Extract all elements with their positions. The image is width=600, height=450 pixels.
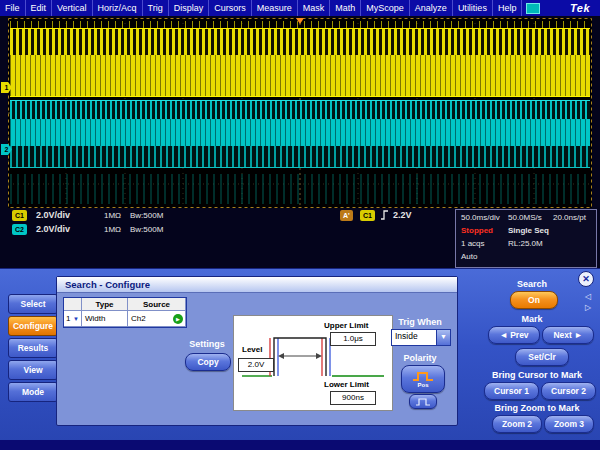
- zoom2-button[interactable]: Zoom 2: [492, 415, 542, 433]
- pulse-icon: [415, 398, 431, 406]
- rising-edge-icon: [380, 209, 389, 221]
- resolution-readout: 20.0ns/pt: [553, 213, 586, 222]
- search-table: Type Source 1 ▼ Width Ch2 ▶: [63, 297, 187, 328]
- menu-cursors[interactable]: Cursors: [209, 0, 252, 16]
- tab-configure[interactable]: Configure: [8, 316, 58, 336]
- menu-file[interactable]: File: [0, 0, 26, 16]
- trig-when-label: Trig When: [389, 317, 451, 327]
- ch2-trace-upper: [10, 100, 590, 120]
- tek-logo: Tek: [570, 2, 600, 14]
- ch2-scale: 2.0V/div: [36, 224, 70, 234]
- timebase-readout: 50.0ms/div: [461, 213, 500, 222]
- menu-vertical[interactable]: Vertical: [52, 0, 93, 16]
- ch2-badge[interactable]: C2: [12, 224, 27, 235]
- polarity-pos-caption: Pos: [417, 382, 428, 388]
- trig-when-dropdown[interactable]: Inside ▼: [391, 329, 451, 346]
- ch1-trace-lower: [10, 55, 590, 97]
- mark-next-button[interactable]: Next ►: [542, 326, 594, 344]
- copy-button[interactable]: Copy: [185, 353, 231, 371]
- cursor2-button[interactable]: Cursor 2: [541, 382, 596, 400]
- trigger-source-badge: C1: [360, 210, 375, 221]
- acq-state: Stopped: [461, 226, 493, 235]
- trigger-position-marker[interactable]: [296, 18, 304, 24]
- level-label: Level: [242, 345, 262, 354]
- trig-when-value: Inside: [392, 330, 436, 345]
- mark-label: Mark: [498, 314, 566, 324]
- sample-rate-readout: 50.0MS/s: [508, 213, 542, 222]
- positive-pulse-icon: [411, 371, 435, 382]
- menu-horiz-acq[interactable]: Horiz/Acq: [93, 0, 143, 16]
- search-number: 1: [66, 314, 70, 323]
- chevron-down-icon: ▼: [73, 316, 79, 322]
- menu-math[interactable]: Math: [330, 0, 361, 16]
- table-header-blank: [64, 298, 82, 311]
- tab-view[interactable]: View: [8, 360, 58, 380]
- record-length: RL:25.0M: [508, 239, 543, 248]
- cursor1-button[interactable]: Cursor 1: [484, 382, 539, 400]
- search-type-cell[interactable]: Width: [82, 311, 128, 327]
- search-source-cell[interactable]: Ch2 ▶: [128, 311, 186, 327]
- menu-help[interactable]: Help: [493, 0, 523, 16]
- menu-myscope[interactable]: MyScope: [361, 0, 410, 16]
- menu-accent-button[interactable]: [526, 3, 540, 14]
- tab-results[interactable]: Results: [8, 338, 58, 358]
- ch1-trace-upper: [10, 28, 590, 56]
- table-header-type: Type: [82, 298, 128, 311]
- search-on-button[interactable]: On: [510, 291, 558, 309]
- menu-display[interactable]: Display: [169, 0, 210, 16]
- acq-mode: Single Seq: [508, 226, 549, 235]
- chevron-down-icon: ▼: [436, 330, 450, 345]
- waveform-display: [8, 18, 592, 208]
- bring-cursor-label: Bring Cursor to Mark: [476, 370, 598, 380]
- polarity-pos-button[interactable]: Pos: [401, 365, 445, 393]
- play-icon: ▶: [173, 314, 183, 324]
- search-source: Ch2: [131, 314, 146, 323]
- page-left-icon[interactable]: ◁: [585, 292, 591, 301]
- mark-prev-button[interactable]: ◄ Prev: [488, 326, 540, 344]
- lower-limit-value: 900ns: [330, 391, 376, 405]
- polarity-label: Polarity: [389, 353, 451, 363]
- level-value: 2.0V: [238, 358, 274, 372]
- acq-count: 1 acqs: [461, 239, 485, 248]
- page-right-icon[interactable]: ▷: [585, 303, 591, 312]
- residual-trace: [10, 174, 590, 204]
- menu-measure[interactable]: Measure: [252, 0, 298, 16]
- dialog-title: Search - Configure: [57, 277, 457, 293]
- bring-zoom-label: Bring Zoom to Mark: [476, 403, 598, 413]
- zoom3-button[interactable]: Zoom 3: [544, 415, 594, 433]
- polarity-alt-button[interactable]: [409, 394, 437, 409]
- ch2-trace-lower: [10, 146, 590, 168]
- ch1-badge[interactable]: C1: [12, 210, 27, 221]
- tab-mode[interactable]: Mode: [8, 382, 58, 402]
- ch1-bandwidth: Bw:500M: [130, 211, 163, 220]
- bottom-strip: [0, 440, 600, 450]
- menu-trig[interactable]: Trig: [143, 0, 169, 16]
- mark-setclr-button[interactable]: Set/Clr: [515, 348, 569, 366]
- lower-limit-label: Lower Limit: [324, 380, 369, 389]
- width-diagram: Upper Limit 1.0μs Level 2.0V Lower Limit…: [233, 315, 393, 411]
- ch2-trace-mid: [10, 119, 590, 146]
- ch2-impedance: 1MΩ: [104, 225, 121, 234]
- ch1-impedance: 1MΩ: [104, 211, 121, 220]
- upper-limit-label: Upper Limit: [324, 321, 368, 330]
- upper-limit-value: 1.0μs: [330, 332, 376, 346]
- trigger-a-badge: A': [340, 210, 353, 221]
- oscilloscope-screen: File Edit Vertical Horiz/Acq Trig Displa…: [0, 0, 600, 450]
- search-label: Search: [498, 279, 566, 289]
- acquisition-readout: 50.0ms/div 50.0MS/s 20.0ns/pt Stopped Si…: [455, 209, 597, 268]
- table-header-source: Source: [128, 298, 186, 311]
- menu-bar: File Edit Vertical Horiz/Acq Trig Displa…: [0, 0, 600, 16]
- search-number-select[interactable]: 1 ▼: [64, 311, 82, 327]
- menu-mask[interactable]: Mask: [298, 0, 331, 16]
- settings-label: Settings: [173, 339, 241, 349]
- close-icon[interactable]: ✕: [578, 271, 594, 287]
- tab-select[interactable]: Select: [8, 294, 58, 314]
- menu-analyze[interactable]: Analyze: [410, 0, 453, 16]
- menu-edit[interactable]: Edit: [26, 0, 53, 16]
- ch1-scale: 2.0V/div: [36, 210, 70, 220]
- trigger-mode: Auto: [461, 252, 477, 261]
- trigger-level: 2.2V: [393, 210, 412, 220]
- menu-utilities[interactable]: Utilities: [453, 0, 493, 16]
- ch2-bandwidth: Bw:500M: [130, 225, 163, 234]
- search-configure-dialog: Search - Configure Type Source 1 ▼ Width…: [56, 276, 458, 426]
